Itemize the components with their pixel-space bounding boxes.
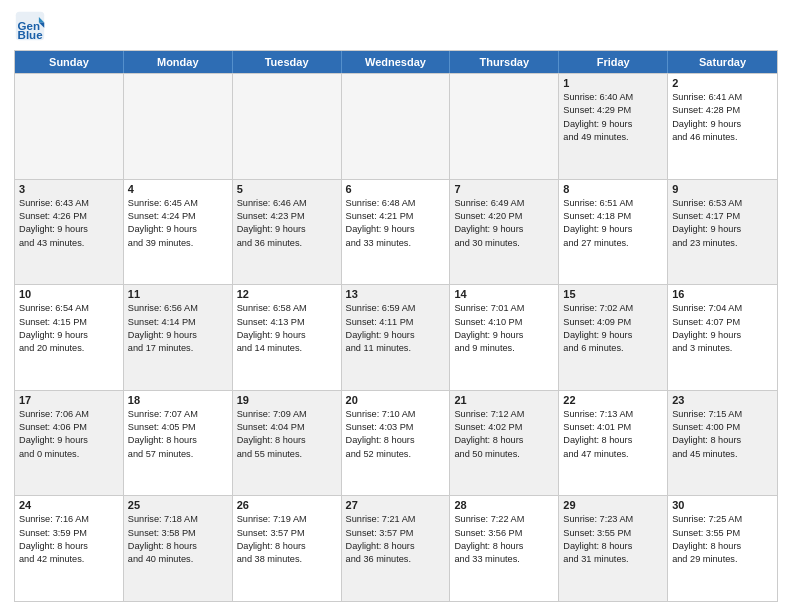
cell-line: Daylight: 8 hours (19, 540, 119, 553)
calendar-cell (124, 74, 233, 179)
cell-line: Sunrise: 7:19 AM (237, 513, 337, 526)
calendar-cell: 25Sunrise: 7:18 AMSunset: 3:58 PMDayligh… (124, 496, 233, 601)
day-number: 2 (672, 77, 773, 89)
cell-details: Sunrise: 6:51 AMSunset: 4:18 PMDaylight:… (563, 197, 663, 250)
calendar-cell: 3Sunrise: 6:43 AMSunset: 4:26 PMDaylight… (15, 180, 124, 285)
day-number: 11 (128, 288, 228, 300)
cell-details: Sunrise: 6:43 AMSunset: 4:26 PMDaylight:… (19, 197, 119, 250)
day-number: 25 (128, 499, 228, 511)
cell-line: and 17 minutes. (128, 342, 228, 355)
cell-line: Daylight: 8 hours (128, 434, 228, 447)
cell-line: and 46 minutes. (672, 131, 773, 144)
calendar: SundayMondayTuesdayWednesdayThursdayFrid… (14, 50, 778, 602)
calendar-row: 24Sunrise: 7:16 AMSunset: 3:59 PMDayligh… (15, 495, 777, 601)
cell-line: Sunset: 4:13 PM (237, 316, 337, 329)
cell-line: Daylight: 9 hours (19, 223, 119, 236)
cell-line: Sunrise: 7:10 AM (346, 408, 446, 421)
cell-details: Sunrise: 7:19 AMSunset: 3:57 PMDaylight:… (237, 513, 337, 566)
calendar-cell: 15Sunrise: 7:02 AMSunset: 4:09 PMDayligh… (559, 285, 668, 390)
cell-line: and 43 minutes. (19, 237, 119, 250)
cell-line: Sunset: 4:20 PM (454, 210, 554, 223)
calendar-cell: 13Sunrise: 6:59 AMSunset: 4:11 PMDayligh… (342, 285, 451, 390)
day-number: 12 (237, 288, 337, 300)
day-number: 10 (19, 288, 119, 300)
cell-line: Sunrise: 7:04 AM (672, 302, 773, 315)
cell-line: Sunrise: 7:18 AM (128, 513, 228, 526)
day-number: 22 (563, 394, 663, 406)
day-number: 4 (128, 183, 228, 195)
cell-line: and 33 minutes. (346, 237, 446, 250)
weekday-header: Wednesday (342, 51, 451, 73)
cell-details: Sunrise: 7:09 AMSunset: 4:04 PMDaylight:… (237, 408, 337, 461)
logo-icon: Gen Blue (14, 10, 46, 42)
cell-line: and 20 minutes. (19, 342, 119, 355)
calendar-row: 10Sunrise: 6:54 AMSunset: 4:15 PMDayligh… (15, 284, 777, 390)
cell-details: Sunrise: 7:15 AMSunset: 4:00 PMDaylight:… (672, 408, 773, 461)
cell-line: Sunset: 4:10 PM (454, 316, 554, 329)
cell-line: and 31 minutes. (563, 553, 663, 566)
cell-details: Sunrise: 6:45 AMSunset: 4:24 PMDaylight:… (128, 197, 228, 250)
cell-line: Sunrise: 6:54 AM (19, 302, 119, 315)
cell-line: and 11 minutes. (346, 342, 446, 355)
cell-line: Sunset: 4:18 PM (563, 210, 663, 223)
cell-line: Sunset: 3:57 PM (237, 527, 337, 540)
cell-line: Sunset: 4:26 PM (19, 210, 119, 223)
cell-line: Sunrise: 7:15 AM (672, 408, 773, 421)
cell-line: and 47 minutes. (563, 448, 663, 461)
cell-line: Sunset: 4:04 PM (237, 421, 337, 434)
cell-line: Sunset: 4:28 PM (672, 104, 773, 117)
cell-line: Sunrise: 7:09 AM (237, 408, 337, 421)
cell-details: Sunrise: 7:18 AMSunset: 3:58 PMDaylight:… (128, 513, 228, 566)
cell-line: Daylight: 8 hours (672, 434, 773, 447)
cell-line: Sunset: 4:07 PM (672, 316, 773, 329)
calendar-cell: 19Sunrise: 7:09 AMSunset: 4:04 PMDayligh… (233, 391, 342, 496)
cell-line: Sunset: 4:01 PM (563, 421, 663, 434)
cell-line: and 9 minutes. (454, 342, 554, 355)
calendar-cell (15, 74, 124, 179)
cell-line: Sunset: 3:55 PM (563, 527, 663, 540)
calendar-row: 3Sunrise: 6:43 AMSunset: 4:26 PMDaylight… (15, 179, 777, 285)
cell-details: Sunrise: 7:07 AMSunset: 4:05 PMDaylight:… (128, 408, 228, 461)
calendar-cell: 11Sunrise: 6:56 AMSunset: 4:14 PMDayligh… (124, 285, 233, 390)
calendar-cell: 24Sunrise: 7:16 AMSunset: 3:59 PMDayligh… (15, 496, 124, 601)
cell-line: Sunset: 4:05 PM (128, 421, 228, 434)
cell-line: and 55 minutes. (237, 448, 337, 461)
calendar-cell: 21Sunrise: 7:12 AMSunset: 4:02 PMDayligh… (450, 391, 559, 496)
cell-line: Sunrise: 6:43 AM (19, 197, 119, 210)
weekday-header: Friday (559, 51, 668, 73)
cell-line: and 36 minutes. (237, 237, 337, 250)
cell-line: and 23 minutes. (672, 237, 773, 250)
cell-line: Daylight: 9 hours (672, 118, 773, 131)
cell-line: Daylight: 9 hours (237, 223, 337, 236)
cell-line: Sunrise: 7:13 AM (563, 408, 663, 421)
day-number: 18 (128, 394, 228, 406)
weekday-header: Monday (124, 51, 233, 73)
cell-line: Daylight: 8 hours (237, 540, 337, 553)
cell-line: Sunrise: 7:12 AM (454, 408, 554, 421)
cell-line: and 29 minutes. (672, 553, 773, 566)
cell-line: Sunrise: 6:56 AM (128, 302, 228, 315)
cell-line: Daylight: 8 hours (128, 540, 228, 553)
cell-details: Sunrise: 7:22 AMSunset: 3:56 PMDaylight:… (454, 513, 554, 566)
cell-line: Sunset: 4:14 PM (128, 316, 228, 329)
cell-details: Sunrise: 7:16 AMSunset: 3:59 PMDaylight:… (19, 513, 119, 566)
cell-line: Sunset: 4:06 PM (19, 421, 119, 434)
day-number: 15 (563, 288, 663, 300)
cell-line: Sunrise: 6:51 AM (563, 197, 663, 210)
cell-details: Sunrise: 7:12 AMSunset: 4:02 PMDaylight:… (454, 408, 554, 461)
cell-line: Daylight: 8 hours (672, 540, 773, 553)
cell-line: Daylight: 9 hours (346, 223, 446, 236)
cell-line: Daylight: 8 hours (237, 434, 337, 447)
cell-line: Sunset: 4:24 PM (128, 210, 228, 223)
cell-line: Sunrise: 7:25 AM (672, 513, 773, 526)
cell-line: Daylight: 9 hours (672, 223, 773, 236)
cell-line: Daylight: 8 hours (563, 434, 663, 447)
cell-line: Sunset: 4:09 PM (563, 316, 663, 329)
page: Gen Blue SundayMondayTuesdayWednesdayThu… (0, 0, 792, 612)
calendar-cell (342, 74, 451, 179)
day-number: 27 (346, 499, 446, 511)
cell-line: Daylight: 9 hours (19, 434, 119, 447)
day-number: 24 (19, 499, 119, 511)
cell-line: and 0 minutes. (19, 448, 119, 461)
cell-line: Sunrise: 6:41 AM (672, 91, 773, 104)
